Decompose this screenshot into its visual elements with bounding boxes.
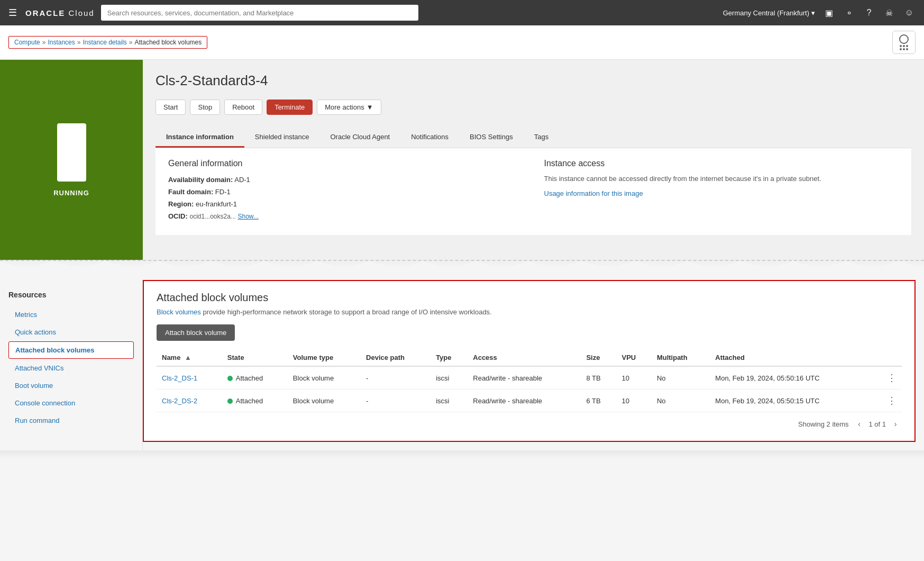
breadcrumb-compute[interactable]: Compute [14, 39, 40, 46]
instance-header: RUNNING Cls-2-Standard3-4 Start Stop Reb… [0, 60, 924, 261]
col-header-actions [873, 349, 902, 366]
block-volumes-link[interactable]: Block volumes [157, 308, 201, 316]
volume-name-link-1[interactable]: Cls-2_DS-2 [162, 397, 197, 405]
cell-volume-type-0: Block volume [288, 366, 361, 390]
terminate-button[interactable]: Terminate [267, 99, 313, 115]
torn-edge-top [0, 261, 924, 272]
page-navigation: ‹ 1 of 1 › [853, 418, 902, 430]
reboot-button[interactable]: Reboot [224, 99, 262, 115]
instance-name: Cls-2-Standard3-4 [155, 73, 911, 89]
cell-state-1: Attached [222, 390, 288, 412]
sidebar-item-run-command[interactable]: Run command [8, 412, 134, 429]
instance-tabs: Instance information Shielded instance O… [155, 128, 911, 148]
torn-edge-bottom [0, 450, 924, 459]
cell-device-path-1: - [361, 390, 431, 412]
volume-name-link-0[interactable]: Cls-2_DS-1 [162, 374, 197, 382]
breadcrumb-bar: Compute » Instances » Instance details »… [0, 25, 924, 60]
stop-button[interactable]: Stop [190, 99, 220, 115]
start-button[interactable]: Start [155, 99, 186, 115]
breadcrumb-instances[interactable]: Instances [48, 39, 75, 46]
cell-size-0: 8 TB [581, 366, 616, 390]
bell-icon[interactable]: ⚬ [843, 6, 855, 19]
volumes-description: Block volumes provide high-performance n… [157, 308, 902, 316]
next-page-button[interactable]: › [889, 418, 902, 430]
tab-oracle-cloud-agent[interactable]: Oracle Cloud Agent [320, 128, 401, 148]
breadcrumb-instance-details[interactable]: Instance details [83, 39, 126, 46]
col-header-name[interactable]: Name ▲ [157, 349, 222, 366]
resources-title: Resources [8, 291, 134, 299]
breadcrumb-sep3: » [129, 39, 133, 46]
monitor-icon[interactable]: ▣ [822, 6, 835, 19]
availability-domain-row: Availability domain: AD-1 [168, 176, 523, 184]
table-row: Cls-2_DS-2 Attached Block volume - iscsi… [157, 390, 902, 412]
circle-icon [899, 34, 909, 44]
pagination-showing: Showing 2 items [798, 420, 848, 428]
region-selector[interactable]: Germany Central (Frankfurt) ▾ [723, 9, 815, 17]
cell-type-1: iscsi [431, 390, 468, 412]
col-header-volume-type: Volume type [288, 349, 361, 366]
sidebar-item-boot-volume[interactable]: Boot volume [8, 377, 134, 394]
tab-notifications[interactable]: Notifications [400, 128, 459, 148]
col-header-size: Size [581, 349, 616, 366]
app-launcher-button[interactable] [892, 31, 916, 54]
volumes-title: Attached block volumes [157, 292, 902, 304]
sidebar-item-quick-actions[interactable]: Quick actions [8, 324, 134, 340]
status-dot-1 [227, 399, 233, 404]
sidebar-item-console-connection[interactable]: Console connection [8, 395, 134, 411]
cell-multipath-0: No [652, 366, 710, 390]
instance-access-description: This instance cannot be accessed directl… [544, 174, 899, 184]
row-actions-menu-0[interactable]: ⋮ [873, 366, 902, 390]
sidebar-item-attached-vnics[interactable]: Attached VNICs [8, 360, 134, 376]
attached-block-volumes-panel: Attached block volumes Block volumes pro… [143, 280, 916, 442]
help-icon[interactable]: ? [863, 6, 875, 19]
instance-details-panel: Cls-2-Standard3-4 Start Stop Reboot Term… [143, 60, 924, 260]
region-row: Region: eu-frankfurt-1 [168, 200, 523, 208]
usage-information-link[interactable]: Usage information for this image [544, 189, 643, 197]
tab-bios-settings[interactable]: BIOS Settings [459, 128, 524, 148]
pagination: Showing 2 items ‹ 1 of 1 › [157, 412, 902, 430]
tab-tags[interactable]: Tags [524, 128, 559, 148]
cell-state-0: Attached [222, 366, 288, 390]
top-nav-right: Germany Central (Frankfurt) ▾ ▣ ⚬ ? ☠ ☺ [723, 6, 916, 19]
col-header-multipath: Multipath [652, 349, 710, 366]
row-actions-menu-1[interactable]: ⋮ [873, 390, 902, 412]
user-icon[interactable]: ☺ [903, 6, 916, 19]
action-buttons: Start Stop Reboot Terminate More actions… [155, 99, 911, 115]
general-info-title: General information [168, 159, 523, 168]
cell-attached-0: Mon, Feb 19, 2024, 05:50:16 UTC [710, 366, 873, 390]
cell-vpu-1: 10 [617, 390, 652, 412]
tab-instance-information[interactable]: Instance information [155, 128, 244, 148]
cell-device-path-0: - [361, 366, 431, 390]
col-header-type: Type [431, 349, 468, 366]
col-header-access: Access [468, 349, 581, 366]
show-ocid-link[interactable]: Show... [237, 213, 258, 220]
breadcrumb-sep2: » [77, 39, 81, 46]
globe-icon[interactable]: ☠ [883, 6, 895, 19]
cell-size-1: 6 TB [581, 390, 616, 412]
cell-multipath-1: No [652, 390, 710, 412]
instance-visual-icon [57, 123, 86, 182]
breadcrumb: Compute » Instances » Instance details »… [8, 36, 207, 49]
cell-name-0: Cls-2_DS-1 [157, 366, 222, 390]
sort-arrow-icon: ▲ [185, 354, 191, 361]
sidebar-item-attached-block-volumes[interactable]: Attached block volumes [8, 341, 134, 359]
more-actions-button[interactable]: More actions ▼ [317, 99, 381, 115]
cell-name-1: Cls-2_DS-2 [157, 390, 222, 412]
dots-grid-icon [899, 45, 909, 50]
tab-shielded-instance[interactable]: Shielded instance [244, 128, 320, 148]
ocid-row: OCID: ocid1...ooks2a... Show... [168, 212, 523, 220]
hamburger-icon[interactable]: ☰ [8, 7, 17, 19]
general-info-section: General information Availability domain:… [168, 159, 523, 224]
prev-page-button[interactable]: ‹ [853, 418, 865, 430]
instance-access-title: Instance access [544, 159, 899, 168]
attach-block-volume-button[interactable]: Attach block volume [157, 324, 235, 341]
search-input[interactable] [101, 5, 418, 21]
cell-vpu-0: 10 [617, 366, 652, 390]
table-header-row: Name ▲ State Volume type Device path Typ… [157, 349, 902, 366]
info-panel: General information Availability domain:… [155, 148, 911, 235]
cell-access-0: Read/write - shareable [468, 366, 581, 390]
chevron-down-icon: ▾ [811, 9, 815, 17]
page-indicator: 1 of 1 [868, 420, 886, 428]
breadcrumb-current: Attached block volumes [135, 39, 202, 46]
sidebar-item-metrics[interactable]: Metrics [8, 306, 134, 323]
